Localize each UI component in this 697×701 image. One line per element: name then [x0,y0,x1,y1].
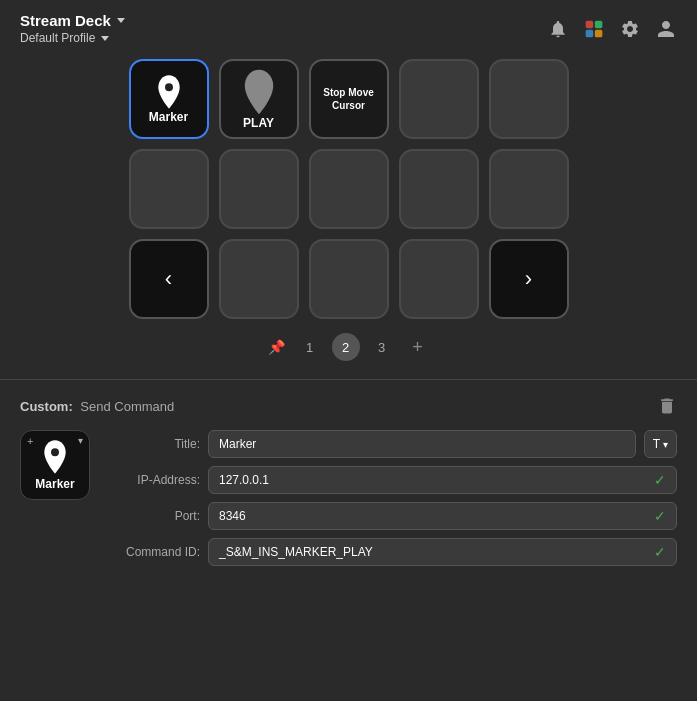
command-value: _S&M_INS_MARKER_PLAY [219,545,373,559]
profile-chevron-icon[interactable] [101,36,109,41]
key-1-play[interactable]: PLAY [219,59,299,139]
key-10-prev[interactable]: ‹ [129,239,209,319]
title-row: Title: Marker T ▾ [110,430,677,458]
app-header: Stream Deck Default Profile [0,0,697,49]
title-field-label: Title: [110,437,200,451]
profile-name: Default Profile [20,31,95,45]
app-title-text: Stream Deck [20,12,111,29]
pagination: 📌 1 2 3 + [266,333,432,361]
panel-title: Custom: Send Command [20,399,174,414]
key-1-label: PLAY [243,116,274,130]
svg-rect-0 [586,20,594,28]
ip-row: IP-Address: 127.0.0.1 ✓ [110,466,677,494]
key-7-empty[interactable] [309,149,389,229]
type-chevron-icon: ▾ [663,439,668,450]
key-3-empty[interactable] [399,59,479,139]
command-input[interactable]: _S&M_INS_MARKER_PLAY ✓ [208,538,677,566]
svg-rect-3 [595,29,603,37]
header-left: Stream Deck Default Profile [20,12,125,45]
type-button[interactable]: T ▾ [644,430,677,458]
svg-point-4 [165,83,173,91]
app-title[interactable]: Stream Deck [20,12,125,29]
title-value: Marker [219,437,256,451]
title-input[interactable]: Marker [208,430,636,458]
command-row: Command ID: _S&M_INS_MARKER_PLAY ✓ [110,538,677,566]
port-check-icon: ✓ [654,508,666,524]
svg-point-5 [51,448,59,456]
icon-chevron: ▾ [78,435,83,446]
key-4-empty[interactable] [489,59,569,139]
command-field-label: Command ID: [110,545,200,559]
key-14-next[interactable]: › [489,239,569,319]
key-2-stop-move[interactable]: Stop Move Cursor [309,59,389,139]
port-field-label: Port: [110,509,200,523]
plugin-marker-icon [39,439,71,475]
key-11-empty[interactable] [219,239,299,319]
panel-body: + ▾ Marker Title: Marker T ▾ [20,430,677,566]
svg-rect-2 [586,29,594,37]
key-13-empty[interactable] [399,239,479,319]
port-input[interactable]: 8346 ✓ [208,502,677,530]
key-grid-area: Marker PLAY Stop Move Cursor ‹ [0,49,697,371]
plugin-icon[interactable]: + ▾ Marker [20,430,90,500]
page-2-btn[interactable]: 2 [332,333,360,361]
icon-plus: + [27,435,33,447]
port-value: 8346 [219,509,246,523]
bell-icon[interactable] [547,18,569,40]
add-page-btn[interactable]: + [404,333,432,361]
gear-icon[interactable] [619,18,641,40]
profile-subtitle[interactable]: Default Profile [20,31,125,45]
bottom-panel: Custom: Send Command + ▾ Marker [0,380,697,582]
key-5-empty[interactable] [129,149,209,229]
key-2-label: Stop Move Cursor [311,86,387,112]
panel-header: Custom: Send Command [20,396,677,416]
command-check-icon: ✓ [654,544,666,560]
marker-icon [151,74,187,110]
integrations-icon[interactable] [583,18,605,40]
key-6-empty[interactable] [219,149,299,229]
key-9-empty[interactable] [489,149,569,229]
title-chevron-icon[interactable] [117,18,125,23]
key-0-label: Marker [149,110,188,124]
key-grid: Marker PLAY Stop Move Cursor ‹ [129,59,569,319]
ip-value: 127.0.0.1 [219,473,269,487]
key-0-marker[interactable]: Marker [129,59,209,139]
pin-icon[interactable]: 📌 [266,336,288,358]
ip-input[interactable]: 127.0.0.1 ✓ [208,466,677,494]
page-1-btn[interactable]: 1 [296,333,324,361]
user-icon[interactable] [655,18,677,40]
page-3-btn[interactable]: 3 [368,333,396,361]
play-icon [235,68,283,116]
prev-arrow-icon: ‹ [165,266,172,292]
header-icons [547,18,677,40]
plugin-icon-label: Marker [35,477,74,491]
ip-field-label: IP-Address: [110,473,200,487]
panel-category: Custom: [20,399,73,414]
trash-icon[interactable] [657,396,677,416]
form-fields: Title: Marker T ▾ IP-Address: 127.0.0.1 … [110,430,677,566]
next-arrow-icon: › [525,266,532,292]
key-8-empty[interactable] [399,149,479,229]
svg-rect-1 [595,20,603,28]
panel-action: Send Command [80,399,174,414]
key-12-empty[interactable] [309,239,389,319]
port-row: Port: 8346 ✓ [110,502,677,530]
type-btn-label: T [653,437,660,451]
ip-check-icon: ✓ [654,472,666,488]
